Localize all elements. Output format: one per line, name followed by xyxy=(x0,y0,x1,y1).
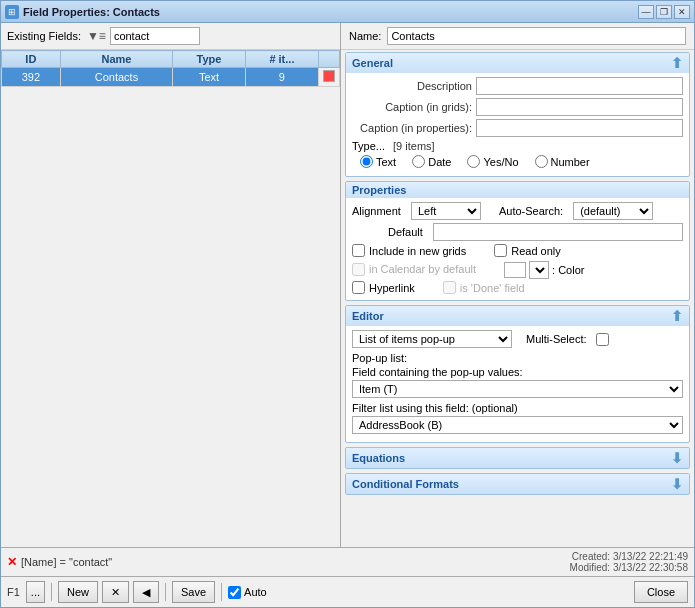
editor-type-row: List of items pop-up Text Multi-Select: xyxy=(352,330,683,348)
caption-props-row: Caption (in properties): xyxy=(352,119,683,137)
properties-header[interactable]: Properties xyxy=(346,182,689,198)
color-row: : Color xyxy=(504,261,584,279)
alignment-row: Alignment Left Center Right Auto-Search:… xyxy=(352,202,683,220)
checkboxes-row1: Include in new grids Read only xyxy=(352,244,683,259)
type-count: [9 items] xyxy=(393,140,435,152)
is-done-row: is 'Done' field xyxy=(443,281,525,294)
search-input[interactable] xyxy=(110,27,200,45)
name-label: Name: xyxy=(349,30,381,42)
include-grids-checkbox[interactable] xyxy=(352,244,365,257)
conditional-formats-collapse-icon: ⬇ xyxy=(671,476,683,492)
cell-items: 9 xyxy=(245,68,318,87)
fields-table-container: ID Name Type # it... 392 Contacts Text xyxy=(1,50,340,547)
checkboxes-row3: Hyperlink is 'Done' field xyxy=(352,281,683,296)
read-only-checkbox[interactable] xyxy=(494,244,507,257)
window-title: Field Properties: Contacts xyxy=(23,6,638,18)
divider-1 xyxy=(51,583,52,601)
name-row: Name: xyxy=(341,23,694,50)
editor-header[interactable]: Editor ⬆ xyxy=(346,306,689,326)
filter-select[interactable]: AddressBook (B) None xyxy=(352,416,683,434)
color-label: : Color xyxy=(552,264,584,276)
col-type[interactable]: Type xyxy=(173,51,246,68)
cell-color xyxy=(319,68,340,87)
color-select[interactable] xyxy=(529,261,549,279)
col-items[interactable]: # it... xyxy=(245,51,318,68)
table-row[interactable]: 392 Contacts Text 9 xyxy=(2,68,340,87)
right-panel: Name: General ⬆ Description Ca xyxy=(341,23,694,547)
main-window: ⊞ Field Properties: Contacts — ❐ ✕ Exist… xyxy=(0,0,695,608)
app-icon: ⊞ xyxy=(5,5,19,19)
field-containing-label: Field containing the pop-up values: xyxy=(352,366,683,378)
editor-type-select[interactable]: List of items pop-up Text xyxy=(352,330,512,348)
include-grids-row: Include in new grids xyxy=(352,244,466,257)
title-bar: ⊞ Field Properties: Contacts — ❐ ✕ xyxy=(1,1,694,23)
in-calendar-label: in Calendar by default xyxy=(369,263,476,275)
col-name[interactable]: Name xyxy=(60,51,173,68)
auto-checkbox[interactable] xyxy=(228,586,241,599)
editor-section: Editor ⬆ List of items pop-up Text Multi… xyxy=(345,305,690,443)
restore-button[interactable]: ❐ xyxy=(656,5,672,19)
hyperlink-label: Hyperlink xyxy=(369,282,415,294)
f1-label: F1 xyxy=(7,586,20,598)
filter-label: Filter list using this field: (optional) xyxy=(352,402,683,414)
close-window-button[interactable]: ✕ xyxy=(674,5,690,19)
caption-grids-input[interactable] xyxy=(476,98,683,116)
title-bar-buttons: — ❐ ✕ xyxy=(638,5,690,19)
field-containing-select[interactable]: Item (T) Contact (T) xyxy=(352,380,683,398)
name-input[interactable] xyxy=(387,27,686,45)
read-only-label: Read only xyxy=(511,245,561,257)
delete-button[interactable]: ✕ xyxy=(102,581,129,603)
equations-label: Equations xyxy=(352,452,405,464)
equations-header[interactable]: Equations ⬇ xyxy=(346,448,689,468)
bottom-toolbar: F1 ... New ✕ ◀ Save Auto Close xyxy=(1,576,694,607)
color-swatch[interactable] xyxy=(504,262,526,278)
general-header[interactable]: General ⬆ xyxy=(346,53,689,73)
fields-table: ID Name Type # it... 392 Contacts Text xyxy=(1,50,340,87)
type-label: Type... xyxy=(352,140,385,152)
editor-label: Editor xyxy=(352,310,384,322)
radio-date[interactable]: Date xyxy=(412,155,451,168)
radio-number[interactable]: Number xyxy=(535,155,590,168)
cell-type: Text xyxy=(173,68,246,87)
default-input[interactable] xyxy=(433,223,683,241)
created-timestamp: Created: 3/13/22 22:21:49 xyxy=(570,551,688,562)
conditional-formats-header[interactable]: Conditional Formats ⬇ xyxy=(346,474,689,494)
description-input[interactable] xyxy=(476,77,683,95)
auto-search-label: Auto-Search: xyxy=(499,205,563,217)
properties-label: Properties xyxy=(352,184,406,196)
caption-props-input[interactable] xyxy=(476,119,683,137)
close-button[interactable]: Close xyxy=(634,581,688,603)
left-panel: Existing Fields: ▼≡ ID Name Type # it... xyxy=(1,23,341,547)
minimize-button[interactable]: — xyxy=(638,5,654,19)
col-id[interactable]: ID xyxy=(2,51,61,68)
filter-icon: ▼≡ xyxy=(87,29,106,43)
conditional-formats-section: Conditional Formats ⬇ xyxy=(345,473,690,495)
hyperlink-row: Hyperlink xyxy=(352,281,415,294)
radio-text[interactable]: Text xyxy=(360,155,396,168)
description-label: Description xyxy=(352,80,472,92)
description-row: Description xyxy=(352,77,683,95)
existing-fields-label: Existing Fields: xyxy=(7,30,81,42)
dots-button[interactable]: ... xyxy=(26,581,45,603)
hyperlink-checkbox[interactable] xyxy=(352,281,365,294)
auto-label: Auto xyxy=(244,586,267,598)
equations-section: Equations ⬇ xyxy=(345,447,690,469)
multi-select-label: Multi-Select: xyxy=(526,333,587,345)
back-button[interactable]: ◀ xyxy=(133,581,159,603)
read-only-row: Read only xyxy=(494,244,561,257)
save-button[interactable]: Save xyxy=(172,581,215,603)
caption-grids-label: Caption (in grids): xyxy=(352,101,472,113)
in-calendar-checkbox xyxy=(352,263,365,276)
alignment-select[interactable]: Left Center Right xyxy=(411,202,481,220)
existing-fields-header: Existing Fields: ▼≡ xyxy=(1,23,340,50)
new-button[interactable]: New xyxy=(58,581,98,603)
checkboxes-row2: in Calendar by default : Color xyxy=(352,261,683,279)
multi-select-checkbox[interactable] xyxy=(596,333,609,346)
is-done-checkbox xyxy=(443,281,456,294)
properties-section: Properties Alignment Left Center Right A… xyxy=(345,181,690,301)
radio-yesno[interactable]: Yes/No xyxy=(467,155,518,168)
is-done-label: is 'Done' field xyxy=(460,282,525,294)
formula-text: [Name] = "contact" xyxy=(21,556,112,568)
caption-props-label: Caption (in properties): xyxy=(352,122,472,134)
auto-search-select[interactable]: (default) xyxy=(573,202,653,220)
